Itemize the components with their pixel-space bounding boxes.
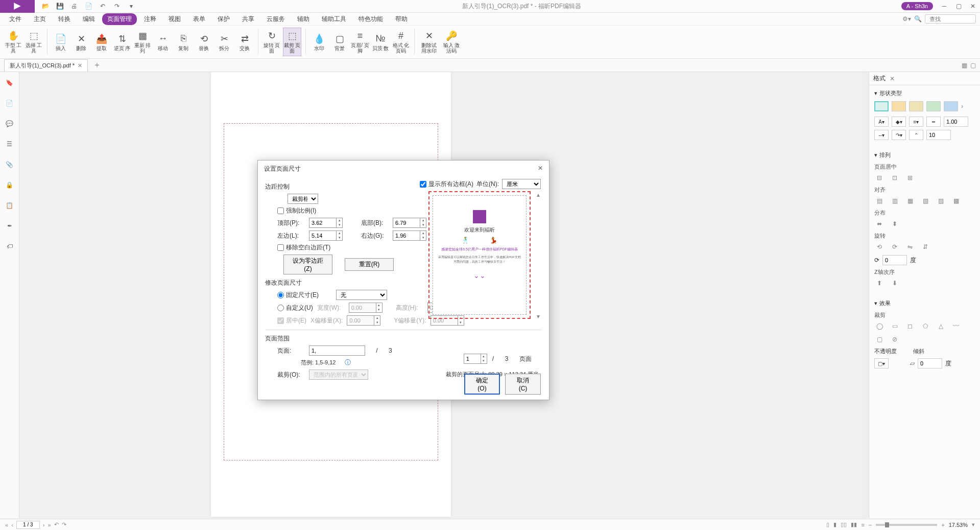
first-page-icon[interactable]: « [5, 522, 8, 528]
center-h-icon[interactable]: ⊟ [874, 173, 885, 183]
ribbon-watermark[interactable]: 💧水印 [310, 28, 328, 56]
ok-button[interactable]: 确定(O) [464, 374, 500, 395]
shape-swatch-1[interactable] [874, 101, 889, 111]
align-right-icon[interactable]: ▦ [905, 196, 915, 206]
ribbon-select-tool[interactable]: ⬚选择 工具 [25, 28, 43, 56]
opacity-dropdown[interactable]: ▢▾ [874, 358, 889, 368]
zoom-out-icon[interactable]: − [869, 522, 872, 528]
view-continuous-icon[interactable]: ▮ [833, 521, 836, 528]
miter-input[interactable] [926, 130, 951, 140]
ribbon-delete[interactable]: ✕删除 [72, 28, 90, 56]
document-canvas[interactable]: 设置页面尺寸 ✕ 边距控制 裁剪框 强制比例(I) 顶部(P): ▴▾ 底部(B… [19, 72, 869, 518]
ribbon-rotate[interactable]: ↻旋转 页面 [262, 28, 281, 56]
shape-swatch-3[interactable] [909, 101, 923, 111]
prev-page-icon[interactable]: ‹ [11, 522, 13, 528]
force-ratio-checkbox[interactable]: 强制比例(I) [277, 206, 316, 215]
view-single-icon[interactable]: ▯ [826, 521, 829, 528]
last-page-icon[interactable]: » [47, 522, 51, 528]
menu-assist[interactable]: 辅助 [292, 13, 315, 25]
document-tab[interactable]: 新人引导(1)_OCR(3).pdf * ✕ [4, 59, 88, 72]
qat-dropdown-icon[interactable]: ▾ [127, 2, 136, 11]
unit-select[interactable]: 厘米 [502, 179, 541, 189]
shape-swatch-5[interactable] [944, 101, 958, 111]
ribbon-extract[interactable]: 📤提取 [92, 28, 111, 56]
menu-tools[interactable]: 辅助工具 [317, 13, 351, 25]
info-icon[interactable]: ⓘ [345, 358, 351, 367]
line-width-input[interactable] [944, 117, 968, 127]
ribbon-remove-trial[interactable]: ✕删除试 用水印 [419, 28, 439, 56]
miter-icon[interactable]: ⌃ [909, 130, 923, 140]
view-facing-icon[interactable]: ▯▯ [841, 521, 847, 528]
ribbon-replace[interactable]: ⟲替换 [195, 28, 213, 56]
ribbon-swap[interactable]: ⇄交换 [235, 28, 254, 56]
ribbon-activation[interactable]: 🔑输入 激活码 [441, 28, 462, 56]
right-input[interactable] [393, 231, 420, 241]
shape-swatch-4[interactable] [926, 101, 941, 111]
crop-triangle-icon[interactable]: △ [936, 321, 946, 331]
font-color-dropdown[interactable]: A▾ [874, 117, 889, 127]
preview-page-input[interactable] [464, 354, 481, 364]
fill-color-dropdown[interactable]: ◆▾ [892, 117, 906, 127]
zero-margin-button[interactable]: 设为零边距(Z) [283, 255, 332, 274]
left-input[interactable] [309, 231, 337, 241]
menu-share[interactable]: 共享 [237, 13, 259, 25]
save-icon[interactable]: 💾 [55, 2, 64, 11]
attachments-panel-icon[interactable]: 📎 [4, 159, 15, 170]
account-badge[interactable]: A - Sh3n [901, 2, 933, 10]
rotate-cw-icon[interactable]: ⟳ [890, 242, 900, 252]
ribbon-format-pagenum[interactable]: #格式 化页码 [392, 28, 410, 56]
zoom-slider[interactable] [876, 524, 937, 526]
new-tab-button[interactable]: ＋ [93, 60, 101, 71]
page-icon[interactable]: 📄 [84, 2, 93, 11]
shape-swatch-2[interactable] [892, 101, 906, 111]
menu-form[interactable]: 表单 [188, 13, 210, 25]
next-page-icon[interactable]: › [43, 522, 45, 528]
ribbon-split[interactable]: ✂拆分 [215, 28, 233, 56]
fixed-size-radio[interactable]: 固定尺寸(E) [277, 291, 319, 299]
print-icon[interactable]: 🖨 [69, 2, 79, 11]
page-range-input[interactable] [309, 345, 365, 356]
pages-panel-icon[interactable]: 📄 [4, 98, 15, 109]
ribbon-hand-tool[interactable]: ✋手型 工具 [4, 28, 22, 56]
line-style-dropdown[interactable]: ≡▾ [909, 117, 923, 127]
ribbon-crop[interactable]: ⬚裁剪 页面 [283, 28, 301, 56]
menu-file[interactable]: 文件 [4, 13, 27, 25]
center-both-icon[interactable]: ⊞ [905, 173, 915, 183]
distribute-h-icon[interactable]: ⬌ [874, 219, 885, 229]
menu-cloud[interactable]: 云服务 [261, 13, 290, 25]
ribbon-rearrange[interactable]: ▦重新 排列 [133, 28, 152, 56]
distribute-v-icon[interactable]: ⬍ [890, 219, 900, 229]
reset-button[interactable]: 重置(R) [345, 258, 394, 271]
close-button[interactable]: ✕ [966, 0, 980, 13]
view-grid-icon[interactable]: ▦ [962, 62, 967, 69]
skew-input[interactable] [918, 358, 942, 368]
zoom-in-icon[interactable]: + [941, 522, 944, 528]
crop-none-icon[interactable]: ⊘ [890, 334, 900, 344]
preview-scroll-down-icon[interactable]: ▾ [537, 313, 543, 320]
search-input[interactable] [925, 14, 976, 24]
flip-v-icon[interactable]: ⇵ [920, 242, 930, 252]
crop-roundrect-icon[interactable]: ▢ [874, 334, 885, 344]
security-panel-icon[interactable]: 🔒 [4, 179, 15, 191]
show-all-boxes-checkbox[interactable]: 显示所有边框(A) [420, 180, 473, 189]
maximize-button[interactable]: ▢ [951, 0, 966, 13]
top-input[interactable] [309, 218, 337, 228]
center-v-icon[interactable]: ⊡ [890, 173, 900, 183]
menu-view[interactable]: 视图 [163, 13, 186, 25]
align-bottom-icon[interactable]: ▩ [951, 196, 961, 206]
ribbon-background[interactable]: ▢背景 [330, 28, 349, 56]
menu-features[interactable]: 特色功能 [353, 13, 388, 25]
send-back-icon[interactable]: ⬇ [890, 278, 900, 288]
layers-panel-icon[interactable]: ☰ [4, 139, 15, 150]
comments-panel-icon[interactable]: 💬 [4, 118, 15, 129]
crop-rect-icon[interactable]: ▭ [890, 321, 900, 331]
tags-panel-icon[interactable]: 🏷 [4, 241, 15, 252]
crop-free-icon[interactable]: 〰 [951, 321, 961, 331]
crop-square-icon[interactable]: ◻ [905, 321, 915, 331]
right-spinner[interactable]: ▴▾ [420, 231, 426, 241]
remove-white-checkbox[interactable]: 移除空白边距(T) [277, 243, 330, 252]
menu-edit[interactable]: 编辑 [78, 13, 100, 25]
crop-pentagon-icon[interactable]: ⬠ [920, 321, 930, 331]
minimize-button[interactable]: ─ [937, 0, 951, 13]
zoom-dropdown-icon[interactable]: ▾ [972, 521, 975, 528]
